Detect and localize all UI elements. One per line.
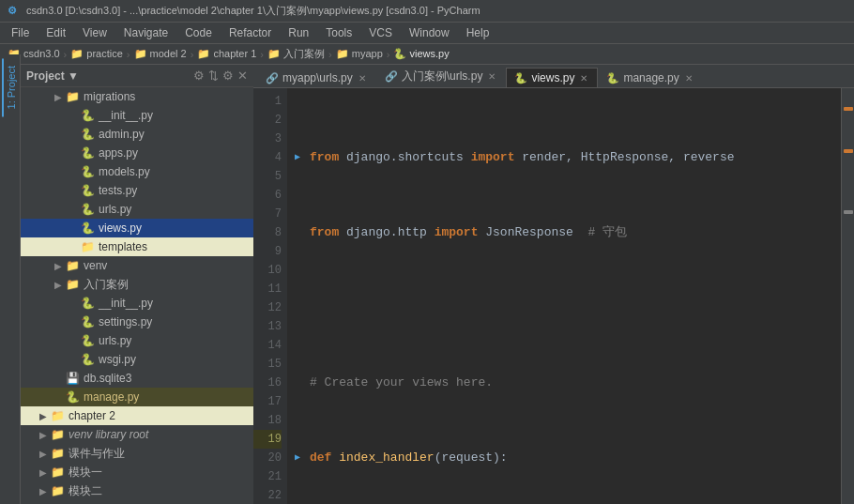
tree-item-ext-libs[interactable]: ▶ 📁 External Libraries	[21, 500, 253, 504]
tree-item-courses[interactable]: ▶ 📁 课件与作业	[21, 444, 253, 463]
tree-label: templates	[99, 240, 147, 253]
tree-label: db.sqlite3	[84, 372, 131, 385]
tree-label: apps.py	[99, 146, 138, 160]
tree-label: models.py	[99, 165, 150, 178]
tab-myapp-urls[interactable]: 🔗 myapp\urls.py ✕	[257, 68, 376, 87]
tab-label: views.py	[531, 71, 574, 84]
code-line-4: # Create your views here.	[295, 374, 833, 392]
keyword: import	[464, 148, 515, 167]
tab-label: manage.py	[623, 71, 679, 84]
comment: # Create your views here.	[310, 374, 493, 392]
project-title: Project ▼	[26, 69, 79, 83]
keyword: from	[310, 148, 339, 167]
tree-item-venv2[interactable]: ▶ 📁 venv library root	[21, 425, 253, 444]
tree-item-module1[interactable]: ▶ 📁 模块一	[21, 463, 253, 481]
tree-item-init2[interactable]: 🐍 __init__.py	[21, 294, 253, 313]
py-icon: 🐍	[81, 353, 95, 366]
tree-label: admin.py	[99, 128, 145, 141]
breadcrumb: 📁 csdn3.0 › 📁 practice › 📁 model 2 › 📁 c…	[0, 44, 854, 65]
tab-close[interactable]: ✕	[358, 73, 366, 84]
line-numbers: 1 2 3 4 5 6 7 8 9 10 11 12 13 14 15 16 1…	[253, 88, 287, 504]
folder-icon: 📁	[51, 447, 65, 460]
code-line-3	[295, 298, 833, 317]
tree-item-settings[interactable]: 🐍 settings.py	[21, 313, 253, 331]
code-line-1: ▶ from django. shortcuts import render, …	[295, 148, 833, 167]
tree-item-views[interactable]: 🐍 views.py	[21, 219, 253, 237]
tree-item-module2[interactable]: ▶ 📁 模块二	[21, 481, 253, 500]
tree-item-venv[interactable]: ▶ 📁 venv	[21, 256, 253, 275]
tree-item-db[interactable]: 💾 db.sqlite3	[21, 369, 253, 388]
breadcrumb-item: 📁 入门案例	[267, 47, 325, 61]
tab-entry-urls[interactable]: 🔗 入门案例\urls.py ✕	[376, 65, 507, 87]
tree-item-admin[interactable]: 🐍 admin.py	[21, 125, 253, 144]
folder-icon: 📁	[51, 428, 65, 441]
title-bar: ⚙ csdn3.0 [D:\csdn3.0] - ...\practice\mo…	[0, 0, 854, 23]
code-line-2: from django.http import JsonResponse # 守…	[295, 223, 833, 242]
menu-item-run[interactable]: Run	[281, 24, 316, 41]
settings-icon[interactable]: ⚙	[193, 69, 205, 83]
tree-item-urls2[interactable]: 🐍 urls.py	[21, 331, 253, 350]
menu-item-help[interactable]: Help	[459, 24, 497, 41]
file-tree[interactable]: ▶ 📁 migrations 🐍 __init__.py 🐍 admin.py …	[21, 87, 253, 504]
tree-arrow: ▶	[36, 486, 51, 496]
tree-arrow: ▶	[51, 92, 66, 102]
tree-item-tests[interactable]: 🐍 tests.py	[21, 181, 253, 200]
tab-label: 入门案例\urls.py	[402, 69, 483, 84]
vertical-tab: 1: Project	[0, 54, 21, 504]
close-icon[interactable]: ✕	[237, 69, 248, 83]
tree-label: venv	[84, 259, 107, 272]
menu-item-edit[interactable]: Edit	[38, 24, 73, 41]
tree-item-entry[interactable]: ▶ 📁 入门案例	[21, 275, 253, 294]
breadcrumb-item: 🐍 views.py	[393, 48, 449, 60]
tree-item-migrations[interactable]: ▶ 📁 migrations	[21, 87, 253, 106]
menu-item-window[interactable]: Window	[402, 24, 457, 41]
tree-label: views.py	[99, 221, 142, 235]
tree-item-init1[interactable]: 🐍 __init__.py	[21, 106, 253, 125]
editor-area: 🔗 myapp\urls.py ✕ 🔗 入门案例\urls.py ✕ 🐍 vie…	[253, 65, 854, 504]
tab-close[interactable]: ✕	[580, 73, 587, 84]
breadcrumb-item: 📁 chapter 1	[197, 48, 256, 60]
tree-label: __init__.py	[99, 109, 153, 122]
comment: # 守包	[587, 223, 627, 242]
function-name: index_handler	[339, 449, 434, 467]
py-icon: 🐍	[81, 184, 95, 197]
folder-icon: 📁	[66, 278, 80, 291]
menu-item-tools[interactable]: Tools	[318, 24, 359, 41]
project-tab-label[interactable]: 1: Project	[2, 58, 19, 116]
menu-item-file[interactable]: File	[4, 24, 37, 41]
code-editor[interactable]: 1 2 3 4 5 6 7 8 9 10 11 12 13 14 15 16 1…	[253, 88, 854, 504]
app-icon: ⚙	[8, 5, 17, 17]
keyword: import	[435, 223, 479, 242]
tab-close[interactable]: ✕	[685, 73, 693, 84]
tree-item-chapter2[interactable]: ▶ 📁 chapter 2	[21, 406, 253, 425]
tree-label: settings.py	[99, 315, 152, 328]
menu-item-refactor[interactable]: Refactor	[221, 24, 279, 41]
tree-item-templates[interactable]: 📁 templates	[21, 237, 253, 256]
tree-arrow: ▶	[51, 280, 66, 290]
tree-item-apps[interactable]: 🐍 apps.py	[21, 144, 253, 162]
code-content[interactable]: ▶ from django. shortcuts import render, …	[287, 88, 841, 504]
tab-manage[interactable]: 🐍 manage.py ✕	[598, 68, 702, 87]
py-icon: 🐍	[66, 390, 80, 404]
py-tab-icon: 🐍	[514, 72, 527, 84]
tab-close[interactable]: ✕	[488, 71, 496, 82]
tree-arrow: ▶	[51, 261, 66, 271]
gear-icon[interactable]: ⚙	[222, 69, 234, 83]
header-icons: ⚙ ⇅ ⚙ ✕	[193, 69, 248, 83]
menu-item-code[interactable]: Code	[177, 24, 220, 41]
tree-label: 模块二	[69, 483, 102, 499]
tree-label: 课件与作业	[69, 446, 125, 462]
tree-label: venv library root	[69, 428, 148, 441]
menu-item-navigate[interactable]: Navigate	[116, 24, 175, 41]
tab-views[interactable]: 🐍 views.py ✕	[506, 68, 598, 87]
tree-item-manage[interactable]: 🐍 manage.py	[21, 388, 253, 406]
tree-item-urls1[interactable]: 🐍 urls.py	[21, 200, 253, 219]
tree-arrow: ▶	[36, 411, 51, 421]
menu-item-view[interactable]: View	[75, 24, 114, 41]
menu-item-vcs[interactable]: VCS	[361, 24, 400, 41]
tree-item-wsgi[interactable]: 🐍 wsgi.py	[21, 350, 253, 369]
tree-item-models[interactable]: 🐍 models.py	[21, 162, 253, 181]
expand-icon[interactable]: ⇅	[208, 69, 219, 83]
tab-label: myapp\urls.py	[282, 71, 353, 84]
breadcrumb-item: 📁 practice	[70, 48, 123, 60]
